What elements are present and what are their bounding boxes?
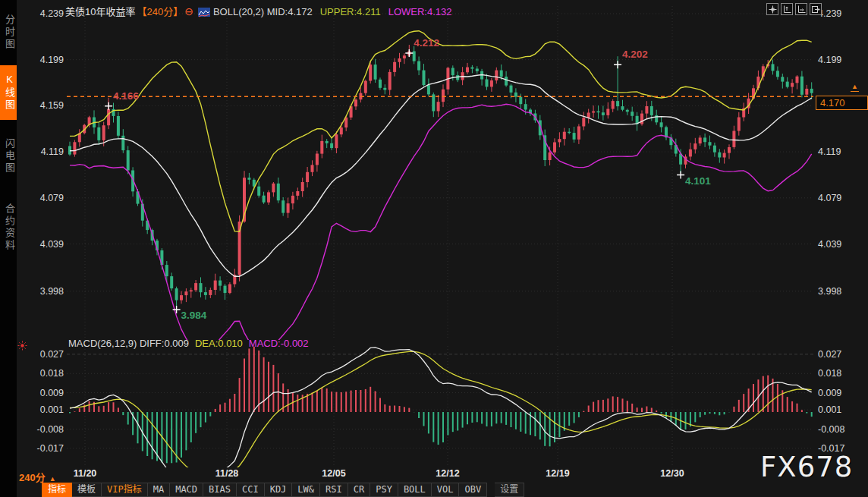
x-axis-label: 12/05 [310,468,358,479]
chart-header: 美债10年收益率【240分】⊖BOLL(20,2) MID:4.172UPPER… [65,5,452,17]
price-axis-label-right: 4.199 [818,54,863,66]
price-annotation: 3.984 [181,310,207,321]
x-axis-label: 11/28 [203,468,251,479]
footer-tab-8[interactable]: KDJ [265,483,293,497]
price-axis-label-left: 3.998 [21,285,64,297]
macd-axis-label-left: 0.009 [21,387,64,399]
macd-axis-label-right: 0.009 [818,387,863,399]
price-arrow-up-icon: ▲ [851,83,859,92]
price-axis-label-left: 4.039 [21,238,64,250]
marker-cross-icon [677,171,684,179]
macd-axis-label-right: -0.008 [818,423,863,436]
crosshair-icon[interactable] [766,3,778,15]
footer-tab-9[interactable]: LW& [292,483,320,497]
macd-params-label: MACD(26,12,9) DIFF:0.009 [68,338,189,349]
footer-tab-7[interactable]: CCI [237,483,265,497]
macd-value-label: MACD:-0.002 [249,338,309,349]
footer-tab-4[interactable]: MA [148,483,170,497]
indicator-tabbar: 指标模板VIP指标MAMACDBIASCCIKDJLW&RSICRPSYBOLL… [42,483,524,497]
fit-vertical-icon[interactable] [781,3,793,15]
macd-axis-label-right: 0.027 [818,348,863,360]
footer-tab-15[interactable]: OBV [459,483,487,497]
restore-pane-icon[interactable] [810,3,822,15]
price-axis-label-left: 4.199 [21,54,64,66]
x-axis-label: 12/12 [423,468,472,479]
price-axis-label-right: 4.239 [818,8,863,20]
macd-dea-label: DEA:0.010 [195,338,243,349]
macd-axis-label-left: 0.027 [21,348,64,360]
sidebar-item-timeline[interactable]: 分时图 [0,5,17,60]
price-axis-label-right: 4.079 [818,192,863,204]
boll-upper-label: UPPER:4.211 [320,6,381,17]
x-axis-label: 12/19 [533,468,582,479]
sidebar-item-contract-info[interactable]: 合约资料 [0,191,17,263]
footer-tab-1[interactable]: 指标 [42,483,72,497]
footer-tab-13[interactable]: BOLL [398,483,432,497]
footer-tab-2[interactable]: 模板 [72,483,102,497]
marker-cross-icon [105,102,112,110]
macd-indicator-chart[interactable] [67,346,813,467]
macd-axis-label-right: 0.001 [818,404,863,416]
price-annotation: 4.101 [685,175,711,187]
sidebar-item-kline[interactable]: K线图 [0,65,17,120]
footer-tab-5[interactable]: MACD [170,483,203,497]
footer-tab-12[interactable]: PSY [370,483,398,497]
footer-tab-3[interactable]: VIP指标 [102,483,148,497]
sidebar-item-flash[interactable]: 闪电图 [0,129,17,184]
footer-tab-16[interactable]: 设置 [495,483,524,497]
alert-sun-icon [17,340,27,354]
chart-toolbar [766,3,822,15]
price-axis-label-left: 4.079 [21,192,64,204]
macd-header: MACD(26,12,9) DIFF:0.009DEA:0.010MACD:-0… [68,338,309,349]
footer-tab-10[interactable]: RSI [320,483,348,497]
boll-lower-label: LOWER:4.132 [388,6,452,17]
collapse-icon[interactable]: ⊖ [184,5,193,17]
main-candle-chart[interactable]: 4.1663.9844.2124.2024.101 [67,6,813,340]
price-axis-label-left: 4.119 [21,146,64,158]
fit-horizontal-icon[interactable] [795,3,807,15]
macd-axis-label-left: 0.018 [21,367,64,379]
watermark: FX678 [760,451,853,483]
price-axis-label-right: 3.998 [818,285,863,297]
macd-axis-label-left: -0.017 [21,442,64,455]
chart-thumbnail-icon[interactable] [198,8,210,17]
price-axis-label-right: 4.039 [818,238,863,250]
macd-axis-label-left: 0.001 [21,404,64,416]
marker-cross-icon [405,49,413,57]
macd-axis-label-right: 0.018 [818,367,863,379]
footer-tab-6[interactable]: BIAS [203,483,237,497]
trading-app: 分时图 K线图 闪电图 合约资料 美债10年收益率【240分】⊖BOLL(20,… [0,0,868,497]
marker-cross-icon [614,61,621,68]
left-sidebar: 分时图 K线图 闪电图 合约资料 [0,0,17,497]
dropdown-up-icon: ▲ [49,475,56,483]
price-axis-label-left: 4.159 [21,99,64,112]
price-annotation: 4.202 [622,49,648,60]
price-axis-label-right: 4.119 [818,146,863,158]
footer-tab-11[interactable]: CR [348,483,370,497]
period-badge: 【240分】 [137,6,183,17]
macd-axis-label-left: -0.008 [21,423,64,436]
last-price-box: 4.170 [816,96,868,110]
instrument-title: 美债10年收益率 [65,6,135,17]
footer-tab-14[interactable]: VOL [432,483,460,497]
price-annotation: 4.166 [113,90,139,102]
x-axis-label: 11/20 [61,468,109,479]
x-axis-label: 12/30 [648,468,697,479]
price-annotation: 4.212 [414,37,439,49]
price-axis-label-left: 4.239 [21,8,64,20]
boll-mid-label: BOLL(20,2) MID:4.172 [213,6,313,17]
